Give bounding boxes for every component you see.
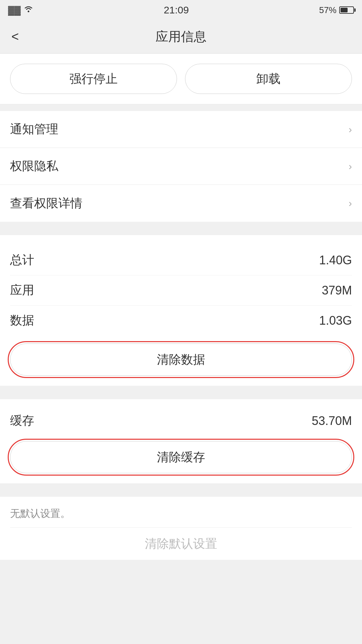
- cache-section: 缓存 53.70M: [0, 399, 362, 436]
- clear-cache-container: 清除缓存: [0, 436, 362, 483]
- divider-3: [0, 386, 362, 392]
- page-title: 应用信息: [156, 28, 206, 45]
- menu-item-notifications[interactable]: 通知管理 ›: [0, 111, 362, 148]
- svg-point-0: [27, 10, 29, 12]
- default-section: 无默认设置。 清除默认设置: [0, 497, 362, 560]
- storage-app-label: 应用: [10, 282, 34, 299]
- force-stop-button[interactable]: 强行停止: [10, 64, 177, 94]
- clear-data-container: 清除数据: [0, 335, 362, 386]
- menu-item-notifications-label: 通知管理: [10, 121, 58, 138]
- chevron-right-icon-3: ›: [349, 198, 352, 209]
- status-time: 21:09: [164, 4, 189, 16]
- storage-total-value: 1.40G: [319, 253, 352, 267]
- back-button[interactable]: <: [8, 26, 22, 47]
- clear-cache-button[interactable]: 清除缓存: [10, 441, 352, 473]
- status-signal: ▓▓: [8, 5, 34, 15]
- storage-data-value: 1.03G: [319, 314, 352, 328]
- uninstall-button[interactable]: 卸载: [185, 64, 352, 94]
- storage-data-label: 数据: [10, 312, 34, 329]
- battery-percent: 57%: [319, 5, 337, 15]
- divider-1: [0, 104, 362, 111]
- menu-item-permissions[interactable]: 权限隐私 ›: [0, 148, 362, 185]
- chevron-right-icon: ›: [349, 124, 352, 135]
- action-buttons-section: 强行停止 卸载: [0, 54, 362, 104]
- status-battery: 57%: [319, 5, 354, 15]
- storage-data-row: 数据 1.03G: [10, 306, 352, 335]
- divider-4: [0, 483, 362, 490]
- default-note: 无默认设置。: [10, 507, 352, 528]
- menu-section: 通知管理 › 权限隐私 › 查看权限详情 ›: [0, 111, 362, 222]
- clear-default-button: 清除默认设置: [10, 528, 352, 560]
- storage-app-row: 应用 379M: [10, 275, 352, 306]
- battery-icon: [339, 6, 354, 14]
- cache-label: 缓存: [10, 413, 34, 429]
- menu-item-permission-details[interactable]: 查看权限详情 ›: [0, 185, 362, 222]
- chevron-right-icon-2: ›: [349, 161, 352, 172]
- wifi-icon: [23, 5, 34, 15]
- menu-item-permissions-label: 权限隐私: [10, 158, 58, 174]
- storage-app-value: 379M: [322, 283, 352, 298]
- status-bar: ▓▓ 21:09 57%: [0, 0, 362, 20]
- signal-icon: ▓▓: [8, 5, 21, 15]
- storage-total-label: 总计: [10, 252, 34, 268]
- header: < 应用信息: [0, 20, 362, 54]
- menu-item-permission-details-label: 查看权限详情: [10, 195, 82, 212]
- storage-total-row: 总计 1.40G: [10, 245, 352, 275]
- cache-row: 缓存 53.70M: [10, 409, 352, 436]
- clear-data-button[interactable]: 清除数据: [10, 343, 352, 376]
- cache-value: 53.70M: [312, 414, 352, 428]
- storage-section: 总计 1.40G 应用 379M 数据 1.03G: [0, 235, 362, 335]
- divider-2: [0, 222, 362, 228]
